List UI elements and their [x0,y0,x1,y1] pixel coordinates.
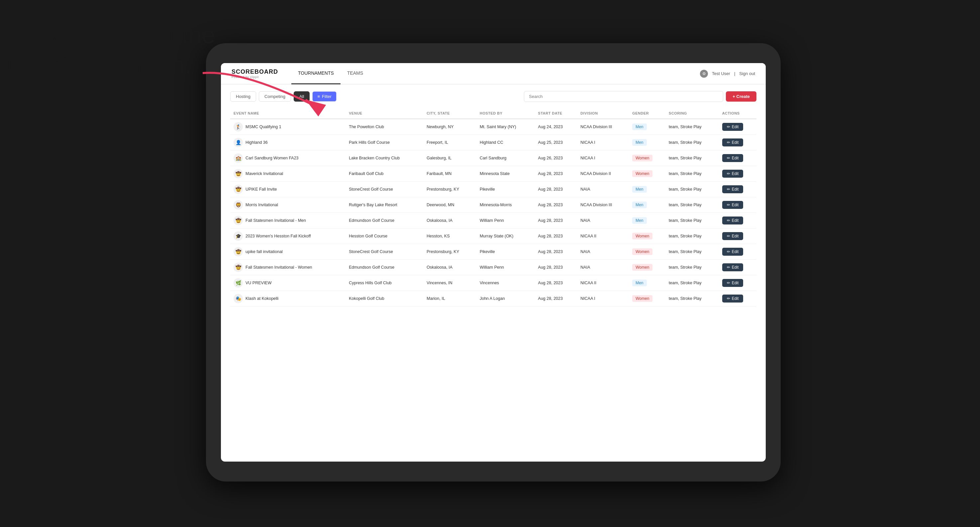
cell-venue: Kokopelli Golf Club [345,291,423,306]
cell-city: Deerwood, MN [423,197,476,213]
hosting-button[interactable]: Hosting [230,91,256,102]
cell-scoring: team, Stroke Play [665,229,719,244]
cell-venue: The Powelton Club [345,119,423,135]
navbar: SCOREBOARD Powered by clippit TOURNAMENT… [221,63,766,84]
cell-date: Aug 28, 2023 [535,260,578,275]
cell-scoring: team, Stroke Play [665,166,719,182]
table-header: EVENT NAME VENUE CITY, STATE HOSTED BY S… [230,108,756,119]
cell-date: Aug 28, 2023 [535,213,578,229]
edit-button[interactable]: ✏ Edit [722,295,743,303]
edit-label: Edit [732,187,739,192]
all-button[interactable]: All [294,91,310,102]
logo-title: SCOREBOARD [232,68,278,75]
gender-badge: Men [632,186,646,193]
logo-subtitle: Powered by clippit [232,75,278,79]
table-row: 🤠 Fall Statesmen Invitational - Women Ed… [230,260,756,275]
search-box [524,91,723,102]
cell-actions: ✏ Edit [719,166,756,182]
edit-label: Edit [732,125,739,129]
edit-button[interactable]: ✏ Edit [722,264,743,271]
tablet-screen: SCOREBOARD Powered by clippit TOURNAMENT… [221,63,766,462]
gender-badge: Men [632,139,646,146]
cell-date: Aug 28, 2023 [535,182,578,197]
edit-label: Edit [732,171,739,176]
edit-button[interactable]: ✏ Edit [722,185,743,193]
event-icon: 🤠 [234,169,243,178]
settings-icon[interactable]: ⚙ [700,70,708,78]
event-icon: 🌿 [234,278,243,287]
main-content: Hosting Competing All ≡ Filter + Create [221,84,766,462]
edit-label: Edit [732,281,739,285]
gender-badge: Women [632,295,652,302]
event-name-text: Klash at Kokopelli [245,296,278,301]
col-hosted-by: HOSTED BY [476,108,535,119]
table-row: 👤 Highland 36 Park Hills Golf Course Fre… [230,135,756,151]
edit-button[interactable]: ✏ Edit [722,154,743,162]
edit-button[interactable]: ✏ Edit [722,123,743,131]
edit-label: Edit [732,265,739,270]
nav-right: ⚙ Test User | Sign out [700,70,755,78]
filter-button[interactable]: ≡ Filter [312,91,336,102]
event-icon: 🏫 [234,153,243,163]
event-name-text: Fall Statesmen Invitational - Men [245,218,306,223]
cell-division: NAIA [577,244,629,260]
edit-icon: ✏ [727,171,730,176]
cell-actions: ✏ Edit [719,213,756,229]
cell-host: William Penn [476,260,535,275]
cell-city: Vincennes, IN [423,275,476,291]
edit-button[interactable]: ✏ Edit [722,138,743,146]
gender-badge: Men [632,202,646,208]
competing-button[interactable]: Competing [259,91,291,102]
table-row: 🌿 VU PREVIEW Cypress Hills Golf Club Vin… [230,275,756,291]
user-name: Test User [712,71,730,76]
sign-out-link[interactable]: Sign out [739,71,755,76]
cell-date: Aug 25, 2023 [535,135,578,151]
cell-date: Aug 24, 2023 [535,119,578,135]
gender-badge: Women [632,170,652,177]
table-row: 🏌 MSMC Qualifying 1 The Powelton Club Ne… [230,119,756,135]
filter-bar: Hosting Competing All ≡ Filter + Create [230,91,756,102]
edit-button[interactable]: ✏ Edit [722,279,743,287]
cell-venue: Hesston Golf Course [345,229,423,244]
cell-actions: ✏ Edit [719,275,756,291]
edit-button[interactable]: ✏ Edit [722,232,743,240]
cell-division: NICAA I [577,135,629,151]
cell-gender: Men [629,275,665,291]
cell-scoring: team, Stroke Play [665,197,719,213]
cell-event-name: 🌿 VU PREVIEW [230,275,345,291]
cell-venue: StoneCrest Golf Course [345,244,423,260]
cell-actions: ✏ Edit [719,197,756,213]
nav-teams[interactable]: TEAMS [340,63,370,84]
col-event-name: EVENT NAME [230,108,345,119]
edit-button[interactable]: ✏ Edit [722,248,743,256]
cell-venue: Lake Bracken Country Club [345,151,423,166]
cell-venue: Edmundson Golf Course [345,260,423,275]
cell-host: William Penn [476,213,535,229]
nav-tournaments[interactable]: TOURNAMENTS [291,63,340,84]
edit-button[interactable]: ✏ Edit [722,170,743,178]
cell-venue: Park Hills Golf Course [345,135,423,151]
cell-event-name: 🎭 Klash at Kokopelli [230,291,345,306]
edit-icon: ✏ [727,125,730,129]
search-input[interactable] [524,91,723,102]
tournaments-table: EVENT NAME VENUE CITY, STATE HOSTED BY S… [230,108,756,306]
cell-date: Aug 28, 2023 [535,229,578,244]
event-icon: 🦁 [234,200,243,210]
separator: | [734,71,735,76]
edit-button[interactable]: ✏ Edit [722,201,743,209]
cell-actions: ✏ Edit [719,151,756,166]
event-name-text: UPIKE Fall Invite [245,187,277,192]
cell-host: Minnesota State [476,166,535,182]
cell-division: NCAA Division III [577,197,629,213]
gender-badge: Men [632,279,646,286]
cell-scoring: team, Stroke Play [665,182,719,197]
cell-event-name: 🤠 UPIKE Fall Invite [230,182,345,197]
edit-button[interactable]: ✏ Edit [722,216,743,224]
cell-host: Vincennes [476,275,535,291]
table-row: 🤠 Fall Statesmen Invitational - Men Edmu… [230,213,756,229]
cell-division: NICAA II [577,229,629,244]
col-city-state: CITY, STATE [423,108,476,119]
create-button[interactable]: + Create [726,91,756,102]
gender-badge: Men [632,124,646,130]
event-icon: 🎓 [234,232,243,241]
